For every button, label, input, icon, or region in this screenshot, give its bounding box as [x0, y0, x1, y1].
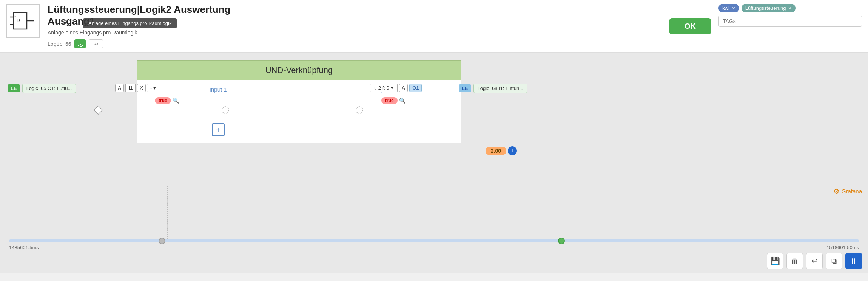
canvas-area: UND-Verknüpfung Input 1 ＋ Output LE Logi… [0, 53, 868, 273]
output-dropdown[interactable]: t: 2 f: 0 ▾ [370, 84, 398, 92]
svg-rect-17 [82, 45, 83, 46]
tags-input[interactable] [718, 16, 862, 27]
qr-button[interactable] [74, 39, 86, 48]
svg-rect-0 [14, 12, 27, 29]
value-group: 2.00 + [486, 146, 517, 155]
left-le-badge: LE [8, 84, 20, 92]
svg-rect-10 [82, 42, 82, 42]
left-le-group: LE Logic_65 O1: Lüftu... [8, 84, 76, 93]
tags-section: kwl ✕ Lüftungssteuerung ✕ [718, 4, 862, 27]
right-a-label: A [399, 84, 408, 92]
ok-button[interactable]: OK [669, 18, 711, 34]
i1-badge: I1 [125, 84, 136, 92]
logic-id-row: Logic_66 [48, 39, 647, 48]
svg-text:D: D [17, 18, 20, 23]
right-true-badge: true [381, 97, 398, 104]
left-true-badge: true [155, 97, 171, 104]
tag-lueftungssteuerung[interactable]: Lüftungssteuerung ✕ [742, 4, 796, 12]
logic-gate-icon: D [10, 9, 36, 32]
tags-pills: kwl ✕ Lüftungssteuerung ✕ [718, 4, 862, 12]
svg-rect-13 [78, 45, 79, 46]
save-button[interactable]: 💾 [767, 253, 783, 269]
dropdown-select[interactable]: - ▾ [147, 84, 159, 92]
copy-button[interactable]: ⧉ [826, 253, 842, 269]
undo-button[interactable]: ↩ [806, 253, 823, 269]
tag-kwl-close[interactable]: ✕ [732, 6, 735, 11]
timeline-handle-right[interactable] [558, 238, 565, 244]
top-bar: D Lüftungssteuerung|Logik2 Auswertung Au… [0, 0, 868, 53]
output-dropdown-group: t: 2 f: 0 ▾ A O1 [370, 84, 422, 92]
svg-rect-16 [81, 45, 82, 45]
left-true-group: true 🔍 [155, 97, 179, 104]
vline-right [575, 186, 575, 239]
delete-button[interactable]: 🗑 [786, 253, 803, 269]
svg-rect-18 [80, 46, 82, 47]
left-zoom-icon[interactable]: 🔍 [173, 98, 179, 104]
svg-rect-20 [94, 106, 103, 115]
logic-id-label: Logic_66 [48, 41, 71, 47]
timeline-labels: 1485601.5ms 1518601.50ms [8, 242, 860, 250]
grafana-link[interactable]: ⚙ Grafana [833, 147, 862, 235]
grafana-label: Grafana [842, 188, 862, 194]
und-block: UND-Verknüpfung Input 1 ＋ Output [137, 60, 461, 143]
und-header: UND-Verknüpfung [137, 61, 461, 80]
o1-badge: O1 [409, 84, 422, 92]
left-a-label: A [115, 84, 124, 92]
bottom-controls: 💾 🗑 ↩ ⧉ ⏸ [767, 253, 862, 269]
right-zoom-icon[interactable]: 🔍 [399, 98, 405, 104]
add-input-button[interactable]: ＋ [212, 123, 225, 136]
pause-button[interactable]: ⏸ [845, 253, 862, 269]
value-badge: 2.00 [486, 147, 506, 155]
right-le-group: LE Logic_68 I1: Lüftun... [459, 84, 527, 93]
timeline-left-label: 1485601.5ms [9, 245, 39, 250]
right-le-badge: LE [459, 84, 471, 92]
timeline-handle-left[interactable] [159, 238, 165, 244]
svg-rect-7 [78, 42, 79, 42]
left-logic-ref: Logic_65 O1: Lüftu... [22, 84, 76, 93]
right-true-group: true 🔍 [381, 97, 405, 104]
subtitle: Anlage eines Eingangs pro Raumlogik [48, 29, 647, 36]
logic-icon-box: D [6, 4, 40, 38]
grafana-icon: ⚙ [833, 187, 839, 196]
input-col: Input 1 ＋ [137, 80, 299, 142]
zoom-plus-button[interactable]: + [508, 146, 517, 155]
timeline-right-label: 1518601.50ms [826, 245, 859, 250]
tag-kwl[interactable]: kwl ✕ [718, 4, 739, 12]
vline-left [167, 186, 168, 239]
left-a-group: A I1 X - ▾ [115, 84, 159, 92]
infinity-button[interactable]: ∞ [89, 39, 103, 48]
svg-rect-15 [82, 44, 82, 45]
input-label: Input 1 [210, 86, 227, 93]
x-badge: X [137, 84, 146, 92]
tooltip: Anlage eines Eingangs pro Raumlogik [83, 18, 177, 28]
timeline-bar[interactable] [9, 239, 859, 242]
right-logic-ref: Logic_68 I1: Lüftun... [473, 84, 527, 93]
timeline-container: 1485601.5ms 1518601.50ms [0, 239, 868, 250]
tag-lueftungssteuerung-close[interactable]: ✕ [788, 6, 792, 11]
svg-rect-14 [80, 44, 81, 45]
